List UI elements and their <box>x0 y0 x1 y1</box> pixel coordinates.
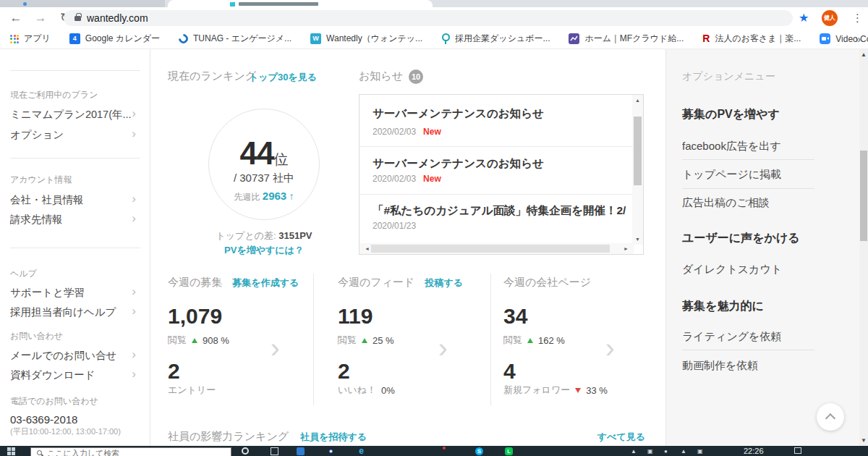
notice-item-title[interactable]: サーバーメンテナンスのお知らせ <box>373 156 626 172</box>
screen: ← → ↻ wantedly.com ★ 健人 ⋮ アプリ 4 Google カ… <box>0 0 868 456</box>
notices-vertical-scrollbar[interactable]: ▲ ▼ <box>632 95 643 245</box>
browser-tab-strip <box>0 0 868 7</box>
menu-item-writing[interactable]: ライティングを依頼 <box>682 330 781 344</box>
people-icon[interactable] <box>297 447 305 455</box>
bookmark-rakuten[interactable]: R 法人のお客さま｜楽... <box>702 33 801 45</box>
menu-item-ad-consult[interactable]: 広告出稿のご相談 <box>682 196 770 210</box>
bookmark-wantedly[interactable]: W Wantedly（ウォンテッ... <box>310 33 422 45</box>
chevron-right-icon: › <box>132 106 136 121</box>
bookmark-mfcloud[interactable]: ホーム｜MFクラウド給... <box>569 33 684 45</box>
top30-link[interactable]: トップ30を見る <box>249 71 317 84</box>
divider <box>10 70 140 71</box>
action-center-icon[interactable] <box>794 447 801 454</box>
url-text[interactable]: wantedly.com <box>87 10 148 26</box>
browser-toolbar: ← → ↻ wantedly.com ★ 健人 ⋮ <box>0 7 868 29</box>
skype-icon[interactable]: S <box>475 447 483 455</box>
address-bar[interactable]: wantedly.com <box>64 10 793 26</box>
scroll-right-icon[interactable]: ► <box>621 246 631 251</box>
jobs-detail-chevron[interactable]: › <box>271 337 280 359</box>
scroll-up-icon[interactable]: ▲ <box>859 51 868 58</box>
scroll-down-icon[interactable]: ▼ <box>632 237 643 242</box>
notices-title: お知らせ10 <box>359 69 423 84</box>
sidebar-item-email-contact[interactable]: メールでのお問い合せ› <box>10 349 142 363</box>
pin-icon <box>441 33 450 44</box>
company-detail-chevron[interactable]: › <box>605 337 615 359</box>
bookmark-dashboard[interactable]: 採用企業ダッシュボー... <box>441 33 550 45</box>
scrollbar-thumb[interactable] <box>634 117 642 185</box>
page-scrollbar[interactable]: ▲ ▼ <box>859 49 868 446</box>
forward-icon[interactable]: → <box>32 7 49 29</box>
lock-icon[interactable] <box>75 16 81 21</box>
menu-item-video[interactable]: 動画制作を依頼 <box>682 359 758 373</box>
notice-item-date: 2020/02/03New <box>373 127 441 137</box>
sidebar-item-recruiter-help[interactable]: 採用担当者向けヘルプ› <box>10 305 142 319</box>
scroll-down-icon[interactable]: ▼ <box>859 437 868 444</box>
divider <box>10 158 140 159</box>
bookmark-tunag[interactable]: TUNAG - エンゲージメ... <box>179 33 292 45</box>
chevron-right-icon: › <box>132 284 136 299</box>
arrow-up-icon: ↑ <box>289 190 294 202</box>
notices-horizontal-scrollbar[interactable]: ◄ ► <box>359 243 634 254</box>
sidebar-item-options[interactable]: オプション› <box>10 128 142 142</box>
create-job-link[interactable]: 募集を作成する <box>232 276 299 290</box>
section-label-help: ヘルプ <box>10 268 37 280</box>
menu-item-facebook-ads[interactable]: facebook広告を出す <box>682 140 781 153</box>
search-input[interactable] <box>47 449 206 456</box>
browser-tab-inactive[interactable] <box>0 0 165 7</box>
edge-icon[interactable]: e <box>357 447 365 455</box>
pv-increase-link[interactable]: PVを増やすには？ <box>192 243 336 257</box>
scroll-up-icon[interactable]: ▲ <box>632 98 643 103</box>
feed-detail-chevron[interactable]: › <box>438 337 448 359</box>
menu-item-direct-scout[interactable]: ダイレクトスカウト <box>682 263 782 276</box>
line-icon[interactable]: L <box>505 447 513 455</box>
heading-increase-pv: 募集のPVを増やす <box>682 107 780 122</box>
cortana-icon[interactable] <box>242 447 249 455</box>
ranking-circle: 44位 / 30737 社中 先週比 2963 ↑ <box>208 109 320 220</box>
taskbar-clock[interactable]: 22:26 <box>744 447 764 455</box>
bookmark-google-calendar[interactable]: 4 Google カレンダー <box>69 33 160 45</box>
wantedly-icon: W <box>310 33 321 44</box>
tray-icon[interactable]: ▣ <box>697 448 703 455</box>
bookmark-apps[interactable]: アプリ <box>10 33 51 45</box>
task-view-icon[interactable] <box>271 447 278 455</box>
trend-up-icon <box>192 338 197 343</box>
invite-employee-link[interactable]: 社員を招待する <box>300 431 367 444</box>
divider <box>682 159 814 160</box>
tab-favicon <box>23 2 27 6</box>
sidebar-item-support[interactable]: サポートと学習› <box>10 286 142 300</box>
notice-item-title[interactable]: 「#私たちのカジュアル面談」特集企画を開催！2/4(火)より <box>373 203 626 219</box>
post-feed-link[interactable]: 投稿する <box>425 276 463 290</box>
back-icon[interactable]: ← <box>7 7 25 29</box>
chrome-menu-icon[interactable]: ⋮ <box>852 7 863 29</box>
company-followers-metric: 新規フォロワー 33 % <box>503 384 608 397</box>
tray-icon[interactable]: ● <box>664 448 668 455</box>
ranking-section-title: 現在のランキング <box>168 69 256 83</box>
sidebar-item-plan[interactable]: ミニマムプラン2017(年...› <box>10 108 142 122</box>
scrollbar-thumb[interactable] <box>860 151 867 241</box>
see-all-link[interactable]: すべて見る <box>558 430 645 444</box>
phone-hours: (平日10:00-12:00, 13:00-17:00) <box>10 426 121 437</box>
scroll-to-top-button[interactable] <box>817 403 844 431</box>
heading-attractive-jobs: 募集を魅力的に <box>682 299 764 314</box>
windows-start-icon[interactable] <box>7 447 15 455</box>
tray-icon[interactable]: ▲ <box>681 448 686 455</box>
sidebar-item-download[interactable]: 資料ダウンロード› <box>10 368 142 382</box>
profile-avatar[interactable]: 健人 <box>822 10 838 26</box>
browser-tab-active[interactable] <box>168 0 433 7</box>
sidebar-item-company-info[interactable]: 会社・社員情報› <box>10 193 142 207</box>
tray-icon[interactable]: ▣ <box>647 448 653 455</box>
sidebar-item-billing[interactable]: 請求先情報› <box>10 213 142 227</box>
feed-likes-value: 2 <box>338 359 350 384</box>
company-views-metric: 閲覧 162 % <box>503 334 565 347</box>
scrollbar-thumb[interactable] <box>371 245 610 253</box>
bookmarks-overflow-icon[interactable]: » <box>855 29 861 49</box>
chart-icon <box>569 33 579 44</box>
gap-to-top: トップとの差: 3151PV <box>192 229 336 242</box>
notice-item-title[interactable]: サーバーメンテナンスのお知らせ <box>373 106 626 122</box>
section-label-contact: お問い合わせ <box>10 330 63 342</box>
tray-expand-icon[interactable]: ▲ <box>631 448 637 455</box>
bookmark-star-icon[interactable]: ★ <box>799 7 809 29</box>
video-camera-icon <box>820 33 830 44</box>
taskbar-search-box[interactable] <box>30 447 231 456</box>
menu-item-top-page[interactable]: トップページに掲載 <box>682 168 781 182</box>
